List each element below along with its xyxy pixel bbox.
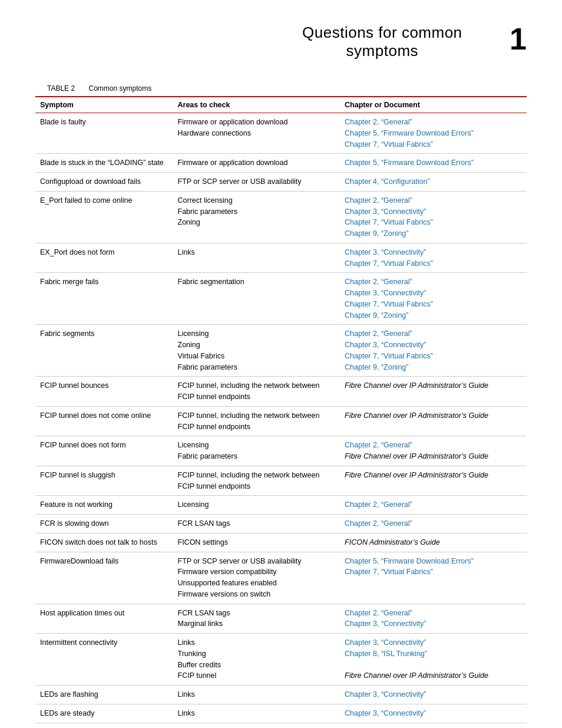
table-row: FCIP tunnel does not formLicensingFabric… <box>35 436 527 466</box>
areas-cell: FCIP tunnel, including the network betwe… <box>173 406 340 436</box>
chapter-cell: Fibre Channel over IP Administrator’s Gu… <box>340 377 527 407</box>
symptom-cell: Intermittent connectivity <box>35 634 173 686</box>
chapter-reference[interactable]: Chapter 5, “Firmware Download Errors” <box>345 159 474 167</box>
chapter-reference[interactable]: Chapter 9, “Zoning” <box>345 311 408 319</box>
symptom-cell: Configupload or download fails <box>35 173 173 192</box>
chapter-reference[interactable]: Chapter 3, “Connectivity” <box>345 709 426 717</box>
symptom-cell: Host application times out <box>35 604 173 634</box>
areas-cell: Links <box>173 704 340 723</box>
chapter-reference[interactable]: Chapter 7, “Virtual Fabrics” <box>345 352 433 360</box>
chapter-reference[interactable]: Chapter 4, “Configuration” <box>345 177 430 186</box>
areas-cell: Licensing <box>173 496 340 515</box>
chapter-number: 1 <box>510 24 527 54</box>
symptom-cell: FCIP tunnel is sluggish <box>35 466 173 496</box>
chapter-cell: Chapter 4, “Configuration” <box>340 173 527 192</box>
chapter-cell: Chapter 2, “General”Chapter 3, “Connecti… <box>340 604 527 634</box>
common-symptoms-table: Symptom Areas to check Chapter or Docume… <box>35 96 527 723</box>
symptom-cell: FICON switch does not talk to hosts <box>35 533 173 552</box>
table-header-row: Symptom Areas to check Chapter or Docume… <box>35 97 527 113</box>
col-header-chapter: Chapter or Document <box>340 97 527 113</box>
symptom-cell: Fabric merge fails <box>35 273 173 325</box>
chapter-cell: Chapter 5, “Firmware Download Errors” <box>340 154 527 173</box>
symptom-cell: FirmwareDownload fails <box>35 552 173 604</box>
page-header: Questions for common symptoms 1 <box>35 24 527 60</box>
table-row: E_Port failed to come onlineCorrect lice… <box>35 191 527 243</box>
chapter-reference[interactable]: Chapter 2, “General” <box>345 500 412 509</box>
areas-cell: Links <box>173 686 340 704</box>
symptom-cell: E_Port failed to come online <box>35 191 173 243</box>
areas-cell: FTP or SCP server or USB availability <box>173 173 340 192</box>
chapter-cell: Chapter 3, “Connectivity” <box>340 704 527 723</box>
chapter-reference[interactable]: Chapter 3, “Connectivity” <box>345 690 426 699</box>
symptom-cell: FCIP tunnel does not come online <box>35 406 173 436</box>
table-row: Fabric merge failsFabric segmentationCha… <box>35 273 527 325</box>
chapter-cell: Chapter 2, “General”Chapter 5, “Firmware… <box>340 113 527 154</box>
areas-cell: LicensingZoningVirtual FabricsFabric par… <box>173 325 340 377</box>
table-row: FirmwareDownload failsFTP or SCP server … <box>35 552 527 604</box>
chapter-reference[interactable]: Chapter 2, “General” <box>345 441 412 449</box>
table-row: Intermittent connectivityLinksTrunkingBu… <box>35 634 527 686</box>
chapter-reference[interactable]: Chapter 3, “Connectivity” <box>345 620 426 628</box>
table-row: FCIP tunnel does not come onlineFCIP tun… <box>35 406 527 436</box>
table-row: FCR is slowing downFCR LSAN tagsChapter … <box>35 515 527 533</box>
chapter-cell: Chapter 5, “Firmware Download Errors”Cha… <box>340 552 527 604</box>
chapter-reference[interactable]: Chapter 7, “Virtual Fabrics” <box>345 140 433 149</box>
table-row: FCIP tunnel bouncesFCIP tunnel, includin… <box>35 377 527 407</box>
chapter-reference[interactable]: Chapter 7, “Virtual Fabrics” <box>345 568 433 576</box>
chapter-reference[interactable]: Chapter 2, “General” <box>345 519 412 528</box>
chapter-reference[interactable]: Chapter 3, “Connectivity” <box>345 341 426 349</box>
table-row: Fabric segmentsLicensingZoningVirtual Fa… <box>35 325 527 377</box>
chapter-reference[interactable]: Chapter 3, “Connectivity” <box>345 207 426 216</box>
areas-cell: Correct licensingFabric parametersZoning <box>173 191 340 243</box>
symptom-cell: Fabric segments <box>35 325 173 377</box>
areas-cell: FCIP tunnel, including the network betwe… <box>173 377 340 407</box>
symptom-cell: LEDs are flashing <box>35 686 173 704</box>
chapter-reference[interactable]: Chapter 3, “Connectivity” <box>345 248 426 256</box>
chapter-cell: Chapter 2, “General” <box>340 515 527 533</box>
chapter-cell: Chapter 3, “Connectivity”Chapter 8, “ISL… <box>340 634 527 686</box>
chapter-reference[interactable]: Chapter 5, “Firmware Download Errors” <box>345 129 474 137</box>
chapter-reference[interactable]: Chapter 2, “General” <box>345 196 412 205</box>
chapter-reference[interactable]: Chapter 2, “General” <box>345 278 412 286</box>
areas-cell: FICON settings <box>173 533 340 552</box>
chapter-reference[interactable]: Chapter 7, “Virtual Fabrics” <box>345 218 433 226</box>
page-title: Questions for common symptoms <box>267 24 498 60</box>
symptom-cell: EX_Port does not form <box>35 243 173 273</box>
areas-cell: LinksTrunkingBuffer creditsFCIP tunnel <box>173 634 340 686</box>
chapter-reference[interactable]: Chapter 5, “Firmware Download Errors” <box>345 557 474 565</box>
table-row: Blade is stuck in the “LOADING” stateFir… <box>35 154 527 173</box>
chapter-cell: Chapter 3, “Connectivity”Chapter 7, “Vir… <box>340 243 527 273</box>
chapter-reference[interactable]: Chapter 9, “Zoning” <box>345 229 408 238</box>
areas-cell: Links <box>173 243 340 273</box>
areas-cell: FTP or SCP server or USB availabilityFir… <box>173 552 340 604</box>
chapter-reference[interactable]: Chapter 3, “Connectivity” <box>345 638 426 647</box>
chapter-cell: Fibre Channel over IP Administrator’s Gu… <box>340 466 527 496</box>
chapter-reference[interactable]: Chapter 2, “General” <box>345 118 412 126</box>
chapter-reference[interactable]: Chapter 7, “Virtual Fabrics” <box>345 300 433 308</box>
chapter-reference[interactable]: Chapter 7, “Virtual Fabrics” <box>345 259 433 268</box>
col-header-symptom: Symptom <box>35 97 173 113</box>
chapter-cell: Chapter 2, “General”Chapter 3, “Connecti… <box>340 273 527 325</box>
chapter-cell: Chapter 2, “General”Fibre Channel over I… <box>340 436 527 466</box>
symptom-cell: LEDs are steady <box>35 704 173 723</box>
chapter-reference[interactable]: Chapter 2, “General” <box>345 330 412 338</box>
areas-cell: LicensingFabric parameters <box>173 436 340 466</box>
table-row: FCIP tunnel is sluggishFCIP tunnel, incl… <box>35 466 527 496</box>
chapter-cell: Fibre Channel over IP Administrator’s Gu… <box>340 406 527 436</box>
symptom-cell: FCIP tunnel bounces <box>35 377 173 407</box>
chapter-reference[interactable]: Chapter 9, “Zoning” <box>345 363 408 371</box>
table-row: LEDs are steadyLinksChapter 3, “Connecti… <box>35 704 527 723</box>
symptom-cell: Feature is not working <box>35 496 173 515</box>
table-row: FICON switch does not talk to hostsFICON… <box>35 533 527 552</box>
table-row: Host application times outFCR LSAN tagsM… <box>35 604 527 634</box>
symptom-cell: FCR is slowing down <box>35 515 173 533</box>
chapter-cell: Chapter 2, “General” <box>340 496 527 515</box>
chapter-reference[interactable]: Chapter 3, “Connectivity” <box>345 289 426 297</box>
chapter-reference: Fibre Channel over IP Administrator’s Gu… <box>345 411 488 420</box>
chapter-reference[interactable]: Chapter 8, “ISL Trunking” <box>345 650 427 658</box>
col-header-areas: Areas to check <box>173 97 340 113</box>
chapter-reference[interactable]: Chapter 2, “General” <box>345 609 412 617</box>
chapter-cell: Chapter 3, “Connectivity” <box>340 686 527 704</box>
symptom-cell: Blade is faulty <box>35 113 173 154</box>
chapter-cell: FICON Administrator’s Guide <box>340 533 527 552</box>
